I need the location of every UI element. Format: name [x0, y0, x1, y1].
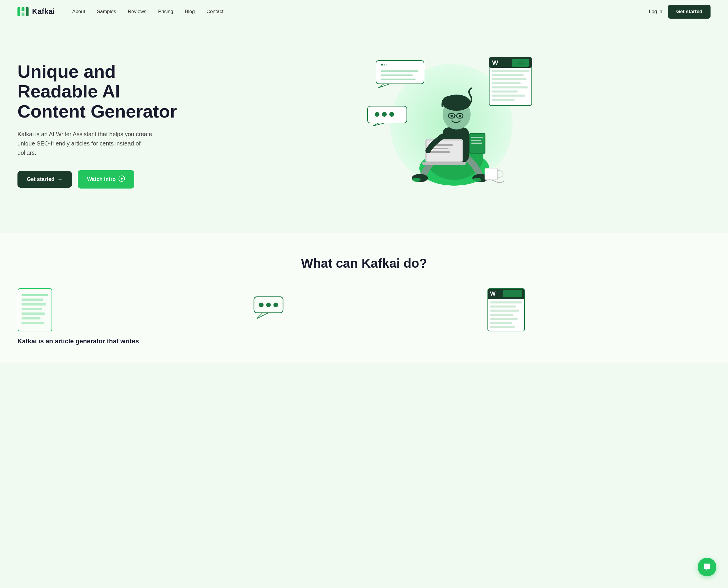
- svg-rect-78: [503, 290, 522, 297]
- svg-rect-27: [491, 70, 529, 72]
- svg-rect-65: [22, 303, 46, 306]
- feature-icon-2: [252, 288, 287, 332]
- svg-rect-29: [491, 78, 526, 80]
- svg-rect-2: [22, 13, 24, 16]
- nav-pricing[interactable]: Pricing: [158, 9, 173, 14]
- svg-text:W: W: [492, 59, 498, 66]
- speech-quote-bubble: " ": [376, 60, 425, 90]
- feature-item-2: [252, 288, 476, 333]
- svg-text:W: W: [490, 290, 496, 297]
- svg-rect-34: [491, 99, 515, 101]
- svg-point-39: [412, 178, 421, 182]
- feature-icon-1: [18, 288, 53, 332]
- svg-point-54: [450, 114, 453, 117]
- svg-rect-79: [490, 301, 522, 303]
- watch-intro-label: Watch Intro: [87, 176, 116, 183]
- hero-title: Unique and Readable AI Content Generator: [18, 62, 192, 121]
- features-section: What can Kafkai do? Kafkai is an article…: [0, 233, 728, 362]
- svg-point-55: [459, 114, 461, 117]
- hero-content: Unique and Readable AI Content Generator…: [18, 62, 192, 189]
- svg-marker-74: [257, 313, 268, 319]
- svg-rect-69: [22, 322, 44, 324]
- nav-about[interactable]: About: [72, 9, 85, 14]
- svg-point-17: [382, 112, 387, 117]
- nav-reviews[interactable]: Reviews: [128, 9, 146, 14]
- hero-illustration: " ": [192, 44, 710, 207]
- features-grid: Kafkai is an article generator that writ…: [18, 288, 710, 345]
- nav-contact[interactable]: Contact: [206, 9, 224, 14]
- svg-rect-46: [429, 151, 450, 153]
- svg-rect-60: [471, 140, 481, 141]
- svg-rect-30: [491, 82, 521, 84]
- article-card: W: [489, 57, 532, 107]
- feature-item-1: Kafkai is an article generator that writ…: [18, 288, 241, 345]
- hero-buttons: Get started → Watch Intro: [18, 170, 192, 189]
- features-title: What can Kafkai do?: [18, 256, 710, 271]
- svg-rect-0: [18, 7, 20, 16]
- svg-rect-82: [490, 314, 513, 316]
- feature-text-1: Kafkai is an article generator that writ…: [18, 337, 241, 345]
- svg-rect-28: [491, 74, 524, 76]
- svg-rect-85: [490, 326, 515, 328]
- svg-rect-56: [485, 168, 498, 180]
- hero-section: Unique and Readable AI Content Generator…: [0, 23, 728, 233]
- svg-rect-81: [490, 310, 519, 312]
- get-started-hero-button[interactable]: Get started →: [18, 171, 72, 188]
- svg-point-71: [259, 302, 264, 307]
- logo-link[interactable]: Kafkai: [18, 6, 55, 18]
- svg-rect-15: [367, 106, 407, 123]
- arrow-right-icon: →: [57, 176, 63, 183]
- svg-point-40: [473, 178, 481, 182]
- svg-rect-63: [22, 294, 48, 296]
- svg-rect-9: [381, 70, 419, 72]
- navbar: Kafkai About Samples Reviews Pricing Blo…: [0, 0, 728, 23]
- svg-rect-83: [490, 318, 518, 320]
- svg-rect-67: [22, 313, 45, 315]
- watch-intro-button[interactable]: Watch Intro: [78, 170, 134, 189]
- svg-rect-68: [22, 317, 40, 319]
- nav-actions: Log in Get started: [649, 5, 710, 19]
- svg-rect-59: [471, 137, 483, 138]
- nav-links: About Samples Reviews Pricing Blog Conta…: [72, 9, 649, 15]
- login-button[interactable]: Log in: [649, 9, 662, 15]
- svg-point-73: [274, 302, 278, 307]
- svg-point-18: [389, 112, 394, 117]
- logo-text: Kafkai: [32, 7, 55, 16]
- svg-rect-61: [471, 143, 482, 144]
- svg-rect-11: [381, 79, 416, 80]
- svg-rect-3: [26, 7, 28, 16]
- svg-text:": ": [381, 63, 383, 69]
- svg-point-72: [266, 302, 271, 307]
- svg-rect-32: [491, 90, 518, 92]
- get-started-nav-button[interactable]: Get started: [668, 5, 710, 19]
- svg-rect-47: [422, 162, 466, 165]
- get-started-label: Get started: [27, 176, 55, 183]
- svg-rect-31: [491, 86, 528, 88]
- play-icon: [119, 175, 125, 183]
- svg-rect-33: [491, 94, 525, 97]
- kafkai-logo-icon: [18, 6, 29, 18]
- feature-icon-3: W: [487, 288, 525, 332]
- feature-item-3: W: [487, 288, 710, 333]
- nav-samples[interactable]: Samples: [97, 9, 116, 14]
- illustration-container: " ": [367, 44, 536, 207]
- svg-rect-66: [22, 308, 42, 310]
- speech-dots-bubble: [367, 106, 408, 128]
- svg-rect-1: [22, 7, 24, 12]
- hero-subtitle: Kafkai is an AI Writer Assistant that he…: [18, 129, 157, 158]
- svg-marker-5: [121, 177, 123, 180]
- svg-point-16: [375, 112, 380, 117]
- svg-rect-84: [490, 322, 512, 324]
- svg-rect-80: [490, 306, 516, 308]
- svg-rect-64: [22, 298, 43, 301]
- svg-text:": ": [384, 63, 387, 69]
- svg-rect-10: [381, 75, 412, 76]
- nav-blog[interactable]: Blog: [185, 9, 195, 14]
